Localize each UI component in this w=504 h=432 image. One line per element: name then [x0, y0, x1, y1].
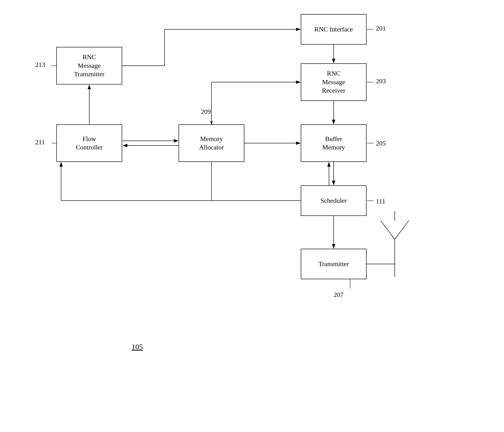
- ref-201-label: 201: [376, 25, 386, 32]
- buffer-memory-box: BufferMemory: [301, 124, 367, 162]
- ref-211-label: 211: [35, 138, 45, 146]
- transmitter-label: Transmitter: [318, 260, 349, 268]
- flow-controller-label: FlowController: [76, 135, 103, 152]
- scheduler-box: Scheduler: [301, 185, 367, 216]
- rnc-interface-box: RNC Interface: [301, 14, 367, 44]
- ref-205-label: 205: [376, 140, 386, 147]
- transmitter-box: Transmitter: [301, 249, 367, 279]
- rnc-message-transmitter-label: RNCMessageTransmitter: [74, 53, 105, 78]
- scheduler-label: Scheduler: [321, 196, 347, 205]
- svg-line-23: [395, 221, 409, 239]
- rnc-message-receiver-box: RNCMessageReceiver: [301, 63, 367, 101]
- ref-111-label: 111: [376, 198, 385, 205]
- ref-213-label: 213: [35, 61, 45, 69]
- rnc-message-receiver-label: RNCMessageReceiver: [322, 69, 345, 95]
- diagram-container: RNC Interface RNCMessageReceiver BufferM…: [0, 0, 504, 432]
- flow-controller-box: FlowController: [56, 124, 122, 162]
- memory-allocator-box: MemoryAllocator: [179, 124, 244, 162]
- ref-209-label: 209: [201, 108, 211, 115]
- ref-207-label: 207: [334, 291, 343, 298]
- ref-203-label: 203: [376, 78, 386, 85]
- rnc-interface-label: RNC Interface: [314, 25, 353, 34]
- ref-105-label: 105: [132, 343, 143, 351]
- rnc-message-transmitter-box: RNCMessageTransmitter: [56, 47, 122, 85]
- memory-allocator-label: MemoryAllocator: [199, 135, 224, 152]
- svg-line-22: [381, 221, 395, 239]
- buffer-memory-label: BufferMemory: [322, 135, 345, 152]
